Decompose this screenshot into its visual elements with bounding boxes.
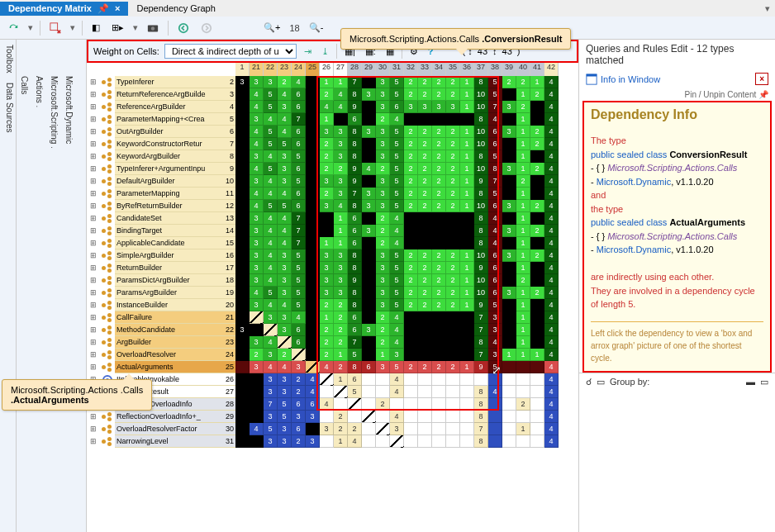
- expand-icon[interactable]: ⊞: [87, 299, 100, 311]
- matrix-cell[interactable]: 2: [404, 287, 418, 299]
- matrix-cell[interactable]: 8: [474, 212, 488, 225]
- matrix-cell[interactable]: 9: [348, 274, 362, 287]
- expand-icon[interactable]: ⊞: [87, 175, 100, 188]
- matrix-cell[interactable]: [460, 373, 474, 386]
- zoom-in-icon[interactable]: 🔍+: [261, 21, 283, 35]
- row-label[interactable]: ParameterMapping: [115, 188, 222, 200]
- matrix-cell[interactable]: 3: [376, 175, 390, 188]
- col-header[interactable]: 35: [446, 63, 460, 76]
- matrix-cell[interactable]: 4: [544, 113, 559, 126]
- matrix-cell[interactable]: [460, 411, 474, 423]
- matrix-cell[interactable]: [362, 423, 376, 435]
- matrix-cell[interactable]: 4: [488, 336, 502, 349]
- matrix-cell[interactable]: 3: [250, 249, 264, 262]
- matrix-cell[interactable]: 6: [348, 113, 362, 126]
- matrix-cell[interactable]: 2: [418, 138, 432, 150]
- matrix-cell[interactable]: 6: [292, 163, 306, 175]
- matrix-cell[interactable]: [404, 212, 418, 225]
- matrix-cell[interactable]: [362, 175, 376, 188]
- matrix-cell[interactable]: 1: [460, 76, 474, 88]
- matrix-cell[interactable]: 3: [334, 249, 348, 262]
- matrix-cell[interactable]: [432, 423, 446, 435]
- matrix-cell[interactable]: 9: [474, 361, 488, 373]
- matrix-cell[interactable]: 1: [516, 188, 530, 200]
- matrix-cell[interactable]: [418, 398, 432, 411]
- matrix-cell[interactable]: 3: [334, 150, 348, 163]
- matrix-cell[interactable]: 1: [516, 249, 530, 262]
- matrix-cell[interactable]: [235, 225, 250, 237]
- gb-icon1[interactable]: ☌: [586, 377, 592, 387]
- matrix-cell[interactable]: [320, 212, 334, 225]
- matrix-cell[interactable]: 1: [460, 138, 474, 150]
- matrix-cell[interactable]: 3: [320, 126, 334, 138]
- matrix-cell[interactable]: 2: [320, 88, 334, 101]
- matrix-cell[interactable]: 2: [432, 150, 446, 163]
- matrix-cell[interactable]: 2: [446, 262, 460, 274]
- expand-down-icon[interactable]: ⤓: [319, 45, 331, 59]
- matrix-cell[interactable]: 3: [250, 262, 264, 274]
- matrix-cell[interactable]: 1: [530, 349, 544, 361]
- matrix-cell[interactable]: [306, 126, 320, 138]
- matrix-cell[interactable]: 6: [348, 311, 362, 324]
- expand-icon[interactable]: ⊞: [87, 311, 100, 324]
- matrix-cell[interactable]: 6: [348, 373, 362, 386]
- matrix-cell[interactable]: 3: [334, 188, 348, 200]
- matrix-cell[interactable]: 4: [250, 101, 264, 113]
- matrix-cell[interactable]: 2: [432, 299, 446, 311]
- matrix-row[interactable]: ⊞MethodCandidate223362263247314: [87, 324, 578, 336]
- matrix-cell[interactable]: [235, 126, 250, 138]
- matrix-cell[interactable]: 4: [544, 349, 559, 361]
- matrix-cell[interactable]: 6: [292, 324, 306, 336]
- matrix-cell[interactable]: [235, 311, 250, 324]
- row-label[interactable]: ParamsArgBuilder: [115, 287, 222, 299]
- matrix-cell[interactable]: 4: [544, 101, 559, 113]
- matrix-cell[interactable]: 1: [516, 262, 530, 274]
- matrix-cell[interactable]: [530, 274, 544, 287]
- matrix-row[interactable]: ⊞ApplicableCandidate153447116248414: [87, 237, 578, 249]
- matrix-cell[interactable]: [418, 435, 432, 448]
- matrix-cell[interactable]: 2: [334, 163, 348, 175]
- matrix-cell[interactable]: 3: [250, 237, 264, 249]
- matrix-cell[interactable]: 3: [320, 423, 334, 435]
- matrix-cell[interactable]: [432, 225, 446, 237]
- matrix-cell[interactable]: 4: [544, 237, 559, 249]
- matrix-cell[interactable]: 8: [348, 262, 362, 274]
- matrix-cell[interactable]: 5: [278, 138, 292, 150]
- matrix-cell[interactable]: 2: [376, 237, 390, 249]
- matrix-row[interactable]: ⊞ReturnReferenceArgBuilde345462483352222…: [87, 88, 578, 101]
- matrix-cell[interactable]: [432, 113, 446, 126]
- matrix-cell[interactable]: 3: [446, 101, 460, 113]
- col-header[interactable]: 25: [306, 63, 320, 76]
- matrix-row[interactable]: ⊞ReflectionOverloadInfo28756642824: [87, 398, 578, 411]
- matrix-cell[interactable]: [306, 274, 320, 287]
- matrix-cell[interactable]: [404, 398, 418, 411]
- matrix-cell[interactable]: [530, 361, 544, 373]
- matrix-cell[interactable]: 6: [488, 287, 502, 299]
- matrix-cell[interactable]: 2: [376, 163, 390, 175]
- matrix-cell[interactable]: [235, 386, 250, 398]
- matrix-cell[interactable]: [460, 311, 474, 324]
- col-header[interactable]: 23: [278, 63, 292, 76]
- matrix-cell[interactable]: [235, 423, 250, 435]
- matrix-cell[interactable]: [376, 373, 390, 386]
- matrix-cell[interactable]: 3: [264, 411, 278, 423]
- matrix-cell[interactable]: 2: [292, 435, 306, 448]
- matrix-cell[interactable]: [530, 175, 544, 188]
- matrix-cell[interactable]: 5: [390, 274, 404, 287]
- matrix-cell[interactable]: 1: [334, 76, 348, 88]
- matrix-cell[interactable]: 5: [278, 398, 292, 411]
- weight-select[interactable]: Direct & indirect depth of use: [164, 44, 297, 59]
- matrix-cell[interactable]: 3: [376, 274, 390, 287]
- matrix-cell[interactable]: 3: [376, 88, 390, 101]
- matrix-cell[interactable]: 4: [390, 212, 404, 225]
- matrix-cell[interactable]: 4: [544, 150, 559, 163]
- matrix-cell[interactable]: [362, 311, 376, 324]
- expand-icon[interactable]: ⊞: [87, 274, 100, 287]
- matrix-cell[interactable]: [460, 324, 474, 336]
- matrix-cell[interactable]: 2: [432, 361, 446, 373]
- matrix-row[interactable]: ⊞ByRefReturnBuilder124556348335222211063…: [87, 200, 578, 212]
- matrix-cell[interactable]: [250, 411, 264, 423]
- col-header[interactable]: 1: [235, 63, 250, 76]
- matrix-cell[interactable]: 3: [320, 262, 334, 274]
- matrix-cell[interactable]: 2: [432, 274, 446, 287]
